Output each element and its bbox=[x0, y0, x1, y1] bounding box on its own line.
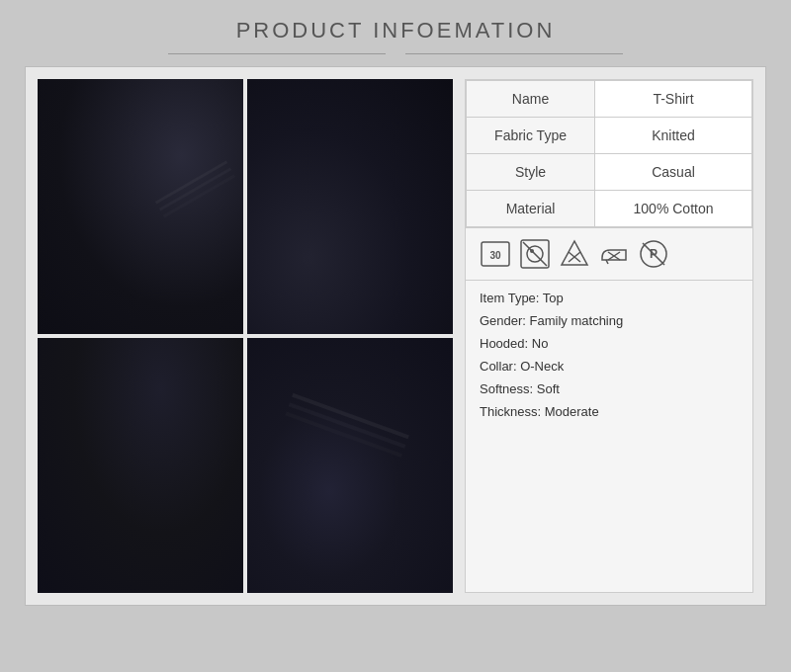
style-label: Style bbox=[467, 154, 595, 191]
collar: Collar: O-Neck bbox=[480, 359, 739, 374]
fabric-value: Knitted bbox=[595, 118, 752, 154]
no-iron-icon bbox=[598, 238, 630, 270]
material-value: 100% Cotton bbox=[595, 191, 752, 227]
product-image-top-right bbox=[247, 79, 453, 334]
svg-marker-6 bbox=[562, 241, 587, 265]
material-label: Material bbox=[467, 191, 595, 227]
no-bleach-icon bbox=[559, 238, 590, 270]
no-tumble-dry-icon bbox=[519, 238, 551, 270]
item-type: Item Type: Top bbox=[480, 291, 739, 305]
name-label: Name bbox=[467, 81, 595, 118]
wash-30-icon: 30 bbox=[480, 238, 511, 270]
svg-text:30: 30 bbox=[489, 250, 501, 261]
info-panel: Name T-Shirt Fabric Type Knitted Style C… bbox=[465, 79, 753, 593]
product-info-table: Name T-Shirt Fabric Type Knitted Style C… bbox=[466, 80, 752, 227]
product-image-top-left bbox=[38, 79, 243, 334]
title-divider bbox=[168, 53, 623, 54]
thickness: Thickness: Moderate bbox=[480, 404, 739, 419]
image-grid bbox=[38, 79, 453, 593]
hooded: Hooded: No bbox=[480, 336, 739, 351]
name-value: T-Shirt bbox=[595, 81, 752, 118]
style-row: Style Casual bbox=[467, 154, 752, 191]
no-dry-clean-icon: P bbox=[638, 238, 669, 270]
fabric-label: Fabric Type bbox=[467, 118, 595, 154]
fabric-row: Fabric Type Knitted bbox=[467, 118, 752, 154]
extra-info-section: Item Type: Top Gender: Family matching H… bbox=[466, 280, 752, 429]
name-row: Name T-Shirt bbox=[467, 81, 752, 118]
material-row: Material 100% Cotton bbox=[467, 191, 752, 227]
care-icons-row: 30 bbox=[466, 227, 752, 280]
main-card: Name T-Shirt Fabric Type Knitted Style C… bbox=[25, 66, 766, 606]
style-value: Casual bbox=[595, 154, 752, 191]
product-image-bottom-left bbox=[38, 338, 243, 593]
page-title: PRODUCT INFOEMATION bbox=[0, 0, 791, 53]
product-image-bottom-right bbox=[247, 338, 453, 593]
softness: Softness: Soft bbox=[480, 381, 739, 396]
gender: Gender: Family matching bbox=[480, 313, 739, 328]
